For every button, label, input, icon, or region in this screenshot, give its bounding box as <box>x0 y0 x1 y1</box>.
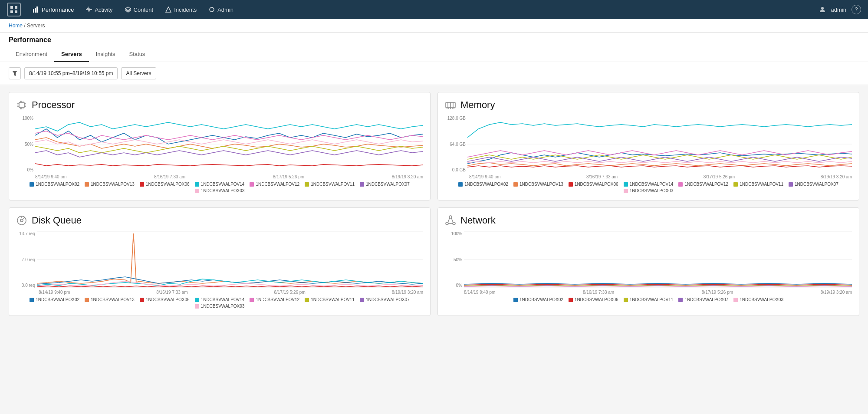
page-header: Performance Environment Servers Insights… <box>0 33 868 62</box>
legend-color <box>250 298 254 302</box>
legend-color <box>140 182 144 187</box>
nav-incidents[interactable]: Incidents <box>160 4 202 16</box>
disk-queue-icon <box>16 215 27 226</box>
network-panel: Network 100% 50% 0% <box>437 207 859 316</box>
memory-y-bot: 0.0 GB <box>445 168 466 172</box>
legend-item: 1NDCBSVWALPOX06 <box>140 182 190 187</box>
legend-item: 1NDCBSVWALPOX02 <box>458 182 508 187</box>
tab-servers[interactable]: Servers <box>54 47 89 62</box>
network-y-mid: 50% <box>445 257 462 262</box>
tab-environment[interactable]: Environment <box>9 47 54 62</box>
app-logo[interactable] <box>7 3 21 16</box>
network-icon <box>445 215 456 226</box>
legend-item: 1NDCBSVWALPOV14 <box>195 297 245 302</box>
processor-y-bot: 0% <box>16 168 33 172</box>
top-navigation: Performance Activity Content Incidents A… <box>0 0 868 19</box>
legend-item: 1NDCBSVWALPOX02 <box>30 182 79 187</box>
svg-line-51 <box>451 218 453 223</box>
legend-color <box>360 182 364 187</box>
servers-filter-button[interactable]: All Servers <box>121 67 156 79</box>
legend-color <box>30 182 34 187</box>
memory-panel: Memory 128.0 GB 64.0 GB 0.0 GB <box>437 92 859 200</box>
svg-rect-6 <box>36 7 38 13</box>
legend-item: 1NDCBSVWALPOV11 <box>733 182 783 187</box>
legend-color <box>360 298 364 302</box>
memory-header: Memory <box>445 99 852 111</box>
legend-color <box>513 182 518 187</box>
processor-y-mid: 50% <box>16 142 33 147</box>
user-icon <box>819 6 826 13</box>
legend-color <box>569 298 573 302</box>
tabs: Environment Servers Insights Status <box>9 47 859 62</box>
legend-color <box>305 182 309 187</box>
nav-admin[interactable]: Admin <box>204 4 239 16</box>
svg-line-43 <box>23 217 25 219</box>
processor-icon <box>16 99 27 111</box>
memory-y-top: 128.0 GB <box>445 116 466 121</box>
legend-color <box>195 182 199 187</box>
svg-rect-3 <box>15 10 17 13</box>
legend-color <box>624 298 628 302</box>
legend-item: 1NDCBSVWALPOX06 <box>569 182 618 187</box>
activity-icon <box>86 7 92 13</box>
disk-queue-chart-svg <box>37 231 423 288</box>
legend-color <box>624 182 628 187</box>
processor-chart-svg <box>35 116 423 172</box>
svg-rect-4 <box>33 9 34 13</box>
disk-queue-legend: 1NDCBSVWALPOX02 1NDCBSVWALPOV13 1NDCBSVW… <box>16 297 423 309</box>
disk-y-mid: 7.0 req <box>16 257 35 262</box>
legend-item: 1NDCBSVWALPOV13 <box>513 182 563 187</box>
legend-item: 1NDCBSVWALPOX03 <box>733 297 783 302</box>
legend-color <box>789 182 793 187</box>
svg-line-50 <box>448 218 450 223</box>
legend-color <box>458 182 463 187</box>
nav-content[interactable]: Content <box>120 4 159 16</box>
breadcrumb-home[interactable]: Home <box>9 23 23 29</box>
legend-item: 1NDCBSVWALPOX06 <box>140 297 190 302</box>
legend-item: 1NDCBSVWALPOV11 <box>305 297 355 302</box>
memory-legend: 1NDCBSVWALPOX02 1NDCBSVWALPOV13 1NDCBSVW… <box>445 182 852 193</box>
nav-activity[interactable]: Activity <box>81 4 118 16</box>
legend-color <box>195 189 199 193</box>
svg-rect-1 <box>15 6 17 9</box>
legend-item: 1NDCBSVWALPOX02 <box>30 297 79 302</box>
legend-color <box>85 298 89 302</box>
legend-color <box>624 189 628 193</box>
legend-item: 1NDCBSVWALPOX07 <box>678 297 728 302</box>
svg-rect-5 <box>35 8 36 13</box>
legend-color <box>569 182 573 187</box>
legend-color <box>678 298 683 302</box>
memory-x-labels: 8/14/19 9:40 pm 8/16/19 7:33 am 8/17/19 … <box>469 174 852 179</box>
legend-color <box>305 298 309 302</box>
processor-y-top: 100% <box>16 116 33 121</box>
breadcrumb-separator: / <box>24 23 25 29</box>
help-button[interactable]: ? <box>852 5 861 14</box>
svg-rect-12 <box>19 102 24 108</box>
svg-marker-8 <box>166 7 171 12</box>
processor-panel: Processor 100% 50% 0% <box>9 92 431 200</box>
toolbar: 8/14/19 10:55 pm–8/19/19 10:55 pm All Se… <box>0 62 868 85</box>
page-title: Performance <box>9 36 859 44</box>
date-range-button[interactable]: 8/14/19 10:55 pm–8/19/19 10:55 pm <box>24 67 118 79</box>
filter-button[interactable] <box>9 67 21 79</box>
processor-x-labels: 8/14/19 9:40 pm 8/16/19 7:33 am 8/17/19 … <box>35 174 423 179</box>
legend-item: 1NDCBSVWALPOX06 <box>569 297 618 302</box>
network-title: Network <box>460 215 496 226</box>
legend-item: 1NDCBSVWALPOV11 <box>305 182 355 187</box>
legend-item: 1NDCBSVWALPOX07 <box>360 297 410 302</box>
legend-color <box>513 298 518 302</box>
tab-insights[interactable]: Insights <box>89 47 122 62</box>
memory-icon <box>445 99 456 111</box>
nav-right: admin ? <box>819 5 861 14</box>
disk-y-top: 13.7 req <box>16 231 35 236</box>
memory-y-mid: 64.0 GB <box>445 142 466 147</box>
svg-marker-11 <box>12 71 17 76</box>
legend-item: 1NDCBSVWALPOX07 <box>360 182 410 187</box>
legend-item: 1NDCBSVWALPOV12 <box>678 182 728 187</box>
tab-status[interactable]: Status <box>122 47 152 62</box>
legend-item: 1NDCBSVWALPOV14 <box>195 182 245 187</box>
nav-items: Performance Activity Content Incidents A… <box>28 4 819 16</box>
nav-performance[interactable]: Performance <box>28 4 79 16</box>
legend-color <box>30 298 34 302</box>
legend-item: 1NDCBSVWALPOX03 <box>195 188 245 193</box>
